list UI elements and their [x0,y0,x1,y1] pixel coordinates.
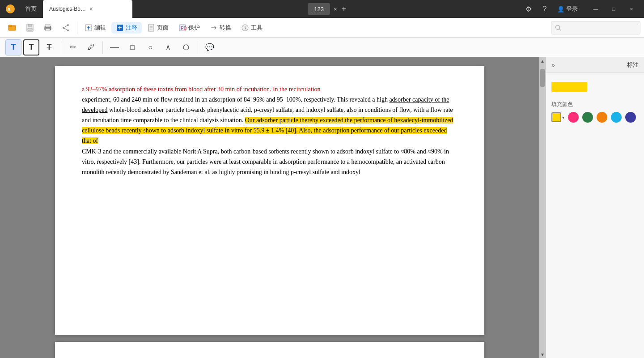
svg-rect-6 [28,28,32,30]
text-underline: adsorber capacity of the developed [82,96,449,113]
toolbar-separator-1 [77,21,77,34]
ann-sep-1 [61,41,61,54]
settings-button[interactable]: ⚙ [521,2,536,16]
svg-rect-3 [8,25,12,26]
annotate-tool-button[interactable]: 注释 [111,22,142,34]
protect-label: 保护 [188,24,200,32]
panel-title: 标注 [627,61,639,69]
title-bar-controls: ⚙ ? 👤 登录 — □ × [521,2,640,16]
tools-label: 工具 [251,24,263,32]
text-color-button[interactable]: T [5,39,21,55]
right-panel: » 标注 填充颜色 ▾ [546,57,644,358]
pdf-viewer[interactable]: a 92–97% adsorption of these toxins from… [0,57,539,358]
svg-point-23 [556,25,560,29]
user-avatar-icon: 👤 [557,6,564,13]
page-tool-button[interactable]: 页面 [143,22,173,34]
scroll-down-arrow[interactable]: ▼ [539,351,546,358]
print-button[interactable] [39,22,56,34]
page-number-input[interactable] [308,3,330,15]
search-box[interactable] [551,21,640,34]
svg-rect-8 [46,24,50,27]
color-swatch-green[interactable] [582,112,593,123]
minimize-button[interactable]: — [587,2,605,16]
polyline-button[interactable]: ∧ [160,39,176,55]
svg-text:PDF: PDF [181,26,186,31]
highlighted-text: Our adsorber particle thereby exceeded t… [82,117,453,144]
help-button[interactable]: ? [538,2,552,16]
convert-label: 转换 [220,24,231,32]
pdf-scrollbar[interactable]: ▲ ▼ [539,57,546,358]
search-input[interactable] [561,24,633,31]
doc-tab-title: Auslogics-BoostSpeed-13-Us... [49,6,87,12]
fill-color-label: 填充颜色 [551,101,639,108]
doc-tab[interactable]: Auslogics-BoostSpeed-13-Us... × [43,0,132,18]
text-strikethrough-button[interactable]: T [41,39,57,55]
login-button[interactable]: 👤 登录 [554,5,581,13]
rectangle-button[interactable]: □ [124,39,140,55]
share-button[interactable] [57,22,74,34]
ann-sep-3 [198,41,198,54]
annotation-preview: 填充颜色 ▾ [546,73,644,128]
color-swatch-dark-blue[interactable] [625,112,636,123]
highlight-preview-swatch [551,82,587,92]
protect-tool-button[interactable]: PDF 保护 [174,22,204,34]
line-button[interactable]: — [106,39,123,55]
svg-line-24 [559,29,561,30]
pdf-title-input-area: × + [132,3,521,15]
color-dropdown-arrow[interactable]: ▾ [562,115,564,120]
highlight-button[interactable]: 🖊 [83,39,99,55]
close-doc-tab[interactable]: × [89,5,127,13]
title-bar: A 首页 Auslogics-BoostSpeed-13-Us... × × +… [0,0,644,18]
color-swatch-blue[interactable] [611,112,622,123]
tools-tool-button[interactable]: 工具 [237,22,267,34]
search-icon [555,25,561,31]
svg-rect-5 [28,24,32,26]
comment-button[interactable]: 💬 [202,39,218,55]
ellipse-button[interactable]: ○ [142,39,158,55]
color-swatches: ▾ [551,112,639,123]
page-label: 页面 [157,24,169,32]
text-red-underline: a 92–97% adsorption of these toxins from… [82,86,320,93]
pdf-page-2: Toxins 2019, 11, 389 9 of 16 sulfate fro… [55,342,484,358]
scroll-track[interactable] [539,64,546,351]
polygon-button[interactable]: ⬡ [178,39,194,55]
svg-line-14 [64,28,68,30]
yellow-swatch [551,112,561,122]
maximize-button[interactable]: □ [605,2,623,16]
close-pdf-tab[interactable]: × [334,6,337,13]
scroll-thumb[interactable] [540,69,545,87]
scroll-up-arrow[interactable]: ▲ [539,57,546,64]
annotate-label: 注释 [126,24,137,32]
app-logo: A [4,2,17,16]
annotation-toolbar: T T T ✏ 🖊 — □ ○ ∧ ⬡ 💬 [0,38,644,57]
svg-rect-9 [46,29,50,31]
right-panel-header: » 标注 [546,57,644,73]
ann-sep-2 [102,41,103,54]
window-controls: — □ × [587,2,640,16]
home-tab[interactable]: 首页 [20,0,42,18]
pdf-page-1: a 92–97% adsorption of these toxins from… [55,66,484,335]
main-toolbar: 编辑 注释 页面 PDF 保护 转换 工具 [0,18,644,38]
main-area: a 92–97% adsorption of these toxins from… [0,57,644,358]
edit-label: 编辑 [94,24,106,32]
convert-tool-button[interactable]: 转换 [205,22,236,34]
close-button[interactable]: × [623,2,640,16]
edit-tool-button[interactable]: 编辑 [80,22,110,34]
save-button[interactable] [21,22,38,34]
svg-text:A: A [7,7,11,12]
login-label: 登录 [566,5,578,13]
text-outline-button[interactable]: T [23,39,39,55]
svg-line-13 [64,25,68,28]
panel-expand-button[interactable]: » [551,61,555,68]
pencil-button[interactable]: ✏ [65,39,81,55]
page1-paragraph: a 92–97% adsorption of these toxins from… [82,84,458,177]
color-swatch-orange[interactable] [597,112,607,123]
color-yellow-dropdown[interactable]: ▾ [551,112,564,122]
color-swatch-pink[interactable] [568,112,579,123]
add-tab-button[interactable]: + [342,4,347,14]
open-folder-button[interactable] [4,22,21,34]
